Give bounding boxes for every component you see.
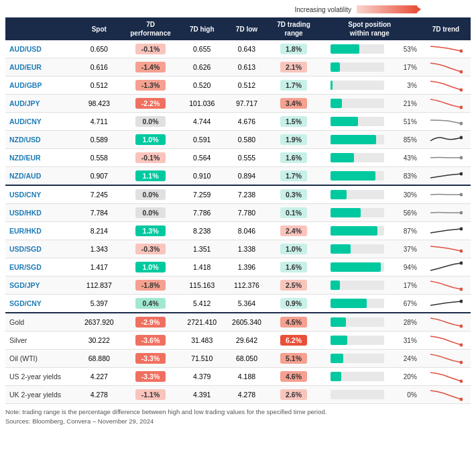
cell-trend <box>421 240 471 258</box>
cell-high: 31.483 <box>180 332 225 350</box>
svg-point-18 <box>459 380 463 383</box>
cell-perf: -1.4% <box>121 58 180 77</box>
cell-pair: NZD/EUR <box>5 149 76 167</box>
cell-trend <box>421 131 471 148</box>
cell-pair: AUD/EUR <box>5 58 76 77</box>
svg-point-13 <box>459 288 463 291</box>
cell-range: 2.5% <box>269 276 318 295</box>
cell-pair: AUD/USD <box>5 40 76 58</box>
cell-trend <box>421 276 471 294</box>
cell-spot: 4.278 <box>76 386 121 404</box>
cell-perf: 1.0% <box>121 258 180 276</box>
col-spot: Spot <box>76 17 121 40</box>
cell-pair: AUD/JPY <box>5 95 76 113</box>
cell-pair: NZD/AUD <box>5 167 76 186</box>
cell-high: 0.910 <box>180 167 225 186</box>
cell-high: 115.163 <box>180 276 225 295</box>
cell-spot: 30.222 <box>76 332 121 350</box>
cell-trend <box>421 186 471 203</box>
cell-range: 1.6% <box>269 149 318 167</box>
cell-spot-position: 43% <box>318 149 421 167</box>
cell-trend <box>421 58 471 76</box>
cell-low: 112.376 <box>225 276 270 295</box>
table-row: NZD/AUD0.9071.1%0.9100.8941.7%83% <box>5 167 471 186</box>
cell-spot-position: 17% <box>318 276 421 295</box>
cell-range: 0.1% <box>269 204 318 222</box>
cell-trend <box>421 313 471 331</box>
cell-spot: 7.245 <box>76 185 121 204</box>
table-row: AUD/GBP0.512-1.3%0.5200.5121.7%3% <box>5 77 471 95</box>
footer-note: Note: trading range is the percentage di… <box>5 407 471 417</box>
cell-spot-position: 87% <box>318 222 421 240</box>
cell-spot: 0.616 <box>76 58 121 77</box>
cell-trend <box>421 295 471 312</box>
cell-spot-position: 30% <box>318 185 421 204</box>
svg-point-12 <box>459 262 463 265</box>
svg-point-7 <box>459 172 463 176</box>
cell-pair: US 2-year yields <box>5 368 76 386</box>
cell-perf: 1.3% <box>121 222 180 240</box>
cell-low: 7.238 <box>225 185 270 204</box>
cell-range: 1.0% <box>269 240 318 258</box>
cell-perf: -1.8% <box>121 276 180 295</box>
table-row: Silver30.222-3.6%31.48329.6426.2%31% <box>5 332 471 350</box>
cell-low: 2605.340 <box>225 313 270 332</box>
cell-spot-position: 67% <box>318 295 421 313</box>
cell-high: 1.351 <box>180 240 225 258</box>
svg-point-9 <box>459 211 463 215</box>
table-row: EUR/SGD1.4171.0%1.4181.3961.6%94% <box>5 258 471 276</box>
cell-trend <box>421 113 471 130</box>
cell-perf: -3.3% <box>121 368 180 386</box>
cell-low: 97.717 <box>225 95 270 113</box>
svg-point-3 <box>459 106 463 109</box>
cell-low: 68.050 <box>225 350 270 368</box>
cell-spot: 1.343 <box>76 240 121 258</box>
cell-range: 3.4% <box>269 95 318 113</box>
cell-pair: Oil (WTI) <box>5 350 76 368</box>
cell-low: 0.555 <box>225 149 270 167</box>
cell-spot: 0.907 <box>76 167 121 186</box>
cell-trend <box>421 368 471 385</box>
cell-high: 101.036 <box>180 95 225 113</box>
table-row: USD/HKD7.7840.0%7.7867.7800.1%56% <box>5 204 471 222</box>
cell-low: 8.046 <box>225 222 270 240</box>
cell-spot-position: 17% <box>318 58 421 77</box>
cell-perf: -1.1% <box>121 386 180 404</box>
svg-point-19 <box>459 398 463 401</box>
cell-high: 1.418 <box>180 258 225 276</box>
cell-trend <box>421 77 471 94</box>
table-row: NZD/USD0.5891.0%0.5910.5801.9%85% <box>5 131 471 149</box>
cell-high: 0.626 <box>180 58 225 77</box>
cell-spot-position: 85% <box>318 131 421 149</box>
cell-range: 2.1% <box>269 58 318 77</box>
cell-pair: SGD/CNY <box>5 295 76 313</box>
svg-point-16 <box>459 344 463 347</box>
cell-high: 0.520 <box>180 77 225 95</box>
cell-perf: -0.1% <box>121 149 180 167</box>
cell-spot-position: 0% <box>318 386 421 404</box>
cell-perf: 1.1% <box>121 167 180 186</box>
cell-trend <box>421 149 471 166</box>
cell-trend <box>421 167 471 185</box>
cell-perf: -0.1% <box>121 40 180 58</box>
table-header-row: Spot 7Dperformance 7D high 7D low 7D tra… <box>5 17 471 40</box>
cell-trend <box>421 40 471 58</box>
cell-perf: 0.0% <box>121 185 180 204</box>
table-row: SGD/JPY112.837-1.8%115.163112.3762.5%17% <box>5 276 471 295</box>
cell-spot: 5.397 <box>76 295 121 313</box>
col-range7d: 7D tradingrange <box>269 17 318 40</box>
cell-trend <box>421 95 471 112</box>
table-row: SGD/CNY5.3970.4%5.4125.3640.9%67% <box>5 295 471 313</box>
cell-perf: 0.4% <box>121 295 180 313</box>
cell-range: 6.2% <box>269 332 318 350</box>
cell-high: 4.391 <box>180 386 225 404</box>
cell-spot: 112.837 <box>76 276 121 295</box>
cell-pair: AUD/CNY <box>5 113 76 131</box>
col-spotpos: Spot positionwithin range <box>318 17 421 40</box>
cell-spot-position: 51% <box>318 113 421 131</box>
svg-point-17 <box>459 361 463 364</box>
table-row: EUR/HKD8.2141.3%8.2388.0462.4%87% <box>5 222 471 240</box>
svg-point-11 <box>459 250 463 253</box>
col-pair <box>5 17 76 40</box>
table-row: USD/SGD1.343-0.3%1.3511.3381.0%37% <box>5 240 471 258</box>
